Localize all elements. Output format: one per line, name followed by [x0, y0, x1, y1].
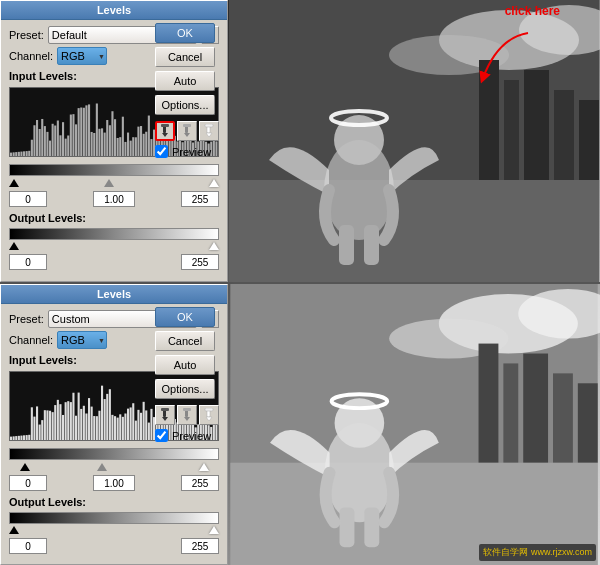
svg-rect-39 — [523, 354, 548, 463]
midpoint-slider-top[interactable] — [104, 179, 114, 187]
white-point-slider-top[interactable] — [209, 179, 219, 187]
preset-label: Preset: — [9, 29, 44, 41]
svg-rect-18 — [229, 180, 599, 282]
channel-select[interactable]: RGB — [57, 47, 107, 65]
top-canvas: click here — [228, 0, 600, 282]
input-mid-value-bottom[interactable] — [93, 475, 135, 491]
input-white-value-top[interactable] — [181, 191, 219, 207]
svg-rect-15 — [524, 70, 549, 180]
svg-rect-41 — [578, 383, 598, 462]
ok-button-bottom[interactable]: OK — [155, 307, 215, 327]
output-values-top — [9, 254, 219, 270]
svg-rect-47 — [364, 507, 379, 547]
output-levels-label-top: Output Levels: — [9, 212, 219, 224]
preview-checkbox-bottom[interactable] — [155, 429, 168, 442]
channel-select-wrapper-bottom: RGB — [57, 331, 107, 349]
svg-rect-38 — [503, 363, 518, 462]
svg-marker-1 — [162, 133, 168, 137]
output-white-slider-top[interactable] — [209, 242, 219, 250]
input-black-value-bottom[interactable] — [9, 475, 47, 491]
svg-rect-23 — [364, 225, 379, 265]
svg-rect-14 — [504, 80, 519, 180]
svg-rect-16 — [554, 90, 574, 180]
svg-rect-32 — [205, 408, 213, 411]
eyedropper-gray-icon-bottom — [180, 408, 194, 422]
svg-rect-40 — [553, 373, 573, 462]
preview-row-bottom: Preview — [155, 429, 219, 442]
svg-rect-2 — [161, 124, 169, 127]
svg-marker-4 — [184, 133, 190, 137]
input-values-top — [9, 191, 219, 207]
svg-rect-5 — [183, 124, 191, 127]
svg-rect-37 — [479, 344, 499, 463]
input-slider-bottom[interactable] — [9, 461, 219, 471]
output-white-value-top[interactable] — [181, 254, 219, 270]
output-black-value-top[interactable] — [9, 254, 47, 270]
top-dialog-buttons: OK Cancel Auto Options... — [155, 23, 219, 158]
top-half: Levels Preset: Default ≡ Channel: — [0, 0, 600, 282]
channel-select-bottom[interactable]: RGB — [57, 331, 107, 349]
options-button-top[interactable]: Options... — [155, 95, 215, 115]
input-black-value-top[interactable] — [9, 191, 47, 207]
eyedropper-gray-bottom[interactable] — [177, 405, 197, 425]
input-gradient-bottom — [9, 448, 219, 460]
cancel-button-bottom[interactable]: Cancel — [155, 331, 215, 351]
eyedropper-black-top[interactable] — [155, 121, 175, 141]
output-slider-top[interactable] — [9, 240, 219, 250]
ok-button-top[interactable]: OK — [155, 23, 215, 43]
preview-label-bottom: Preview — [172, 430, 211, 442]
black-point-slider-top[interactable] — [9, 179, 19, 187]
bottom-canvas-svg — [228, 284, 600, 565]
eyedropper-white-icon-bottom — [202, 408, 216, 422]
eyedropper-group-bottom — [155, 405, 219, 425]
eyedropper-gray-icon — [180, 124, 194, 138]
input-white-value-bottom[interactable] — [181, 475, 219, 491]
input-values-bottom — [9, 475, 219, 491]
auto-button-bottom[interactable]: Auto — [155, 355, 215, 375]
eyedropper-gray-top[interactable] — [177, 121, 197, 141]
auto-button-top[interactable]: Auto — [155, 71, 215, 91]
preview-checkbox-top[interactable] — [155, 145, 168, 158]
midpoint-slider-bottom[interactable] — [97, 463, 107, 471]
top-canvas-svg — [228, 0, 600, 282]
svg-rect-29 — [183, 408, 191, 411]
bottom-half: Levels Preset: Custom ≡ Channel: — [0, 282, 600, 565]
svg-marker-25 — [162, 417, 168, 421]
eyedropper-black-icon-bottom — [158, 408, 172, 422]
eyedropper-black-bottom[interactable] — [155, 405, 175, 425]
output-values-bottom — [9, 538, 219, 554]
output-white-slider-bottom[interactable] — [209, 526, 219, 534]
input-mid-value-top[interactable] — [93, 191, 135, 207]
eyedropper-white-bottom[interactable] — [199, 405, 219, 425]
svg-rect-46 — [340, 507, 355, 547]
output-black-value-bottom[interactable] — [9, 538, 47, 554]
output-white-value-bottom[interactable] — [181, 538, 219, 554]
output-levels-label-bottom: Output Levels: — [9, 496, 219, 508]
eyedropper-group-top — [155, 121, 219, 141]
screenshot: Levels Preset: Default ≡ Channel: — [0, 0, 600, 565]
svg-marker-7 — [206, 133, 212, 137]
svg-rect-13 — [479, 60, 499, 180]
output-slider-bottom[interactable] — [9, 524, 219, 534]
eyedropper-white-icon — [202, 124, 216, 138]
svg-marker-31 — [206, 417, 212, 421]
channel-label-bottom: Channel: — [9, 334, 53, 346]
input-slider-top[interactable] — [9, 177, 219, 187]
preview-label-top: Preview — [172, 146, 211, 158]
output-black-slider-bottom[interactable] — [9, 526, 19, 534]
cancel-button-top[interactable]: Cancel — [155, 47, 215, 67]
svg-rect-22 — [339, 225, 354, 265]
watermark: 软件自学网 www.rjzxw.com — [479, 544, 596, 561]
black-point-slider-bottom[interactable] — [20, 463, 30, 471]
eyedropper-white-top[interactable] — [199, 121, 219, 141]
channel-select-wrapper: RGB — [57, 47, 107, 65]
bottom-levels-dialog: Levels Preset: Custom ≡ Channel: — [0, 284, 228, 565]
bottom-dialog-title: Levels — [1, 285, 227, 304]
output-black-slider-top[interactable] — [9, 242, 19, 250]
svg-rect-8 — [205, 124, 213, 127]
white-point-slider-bottom[interactable] — [199, 463, 209, 471]
bottom-dialog-buttons: OK Cancel Auto Options... — [155, 307, 219, 442]
output-gradient-top — [9, 228, 219, 240]
options-button-bottom[interactable]: Options... — [155, 379, 215, 399]
output-gradient-bottom — [9, 512, 219, 524]
